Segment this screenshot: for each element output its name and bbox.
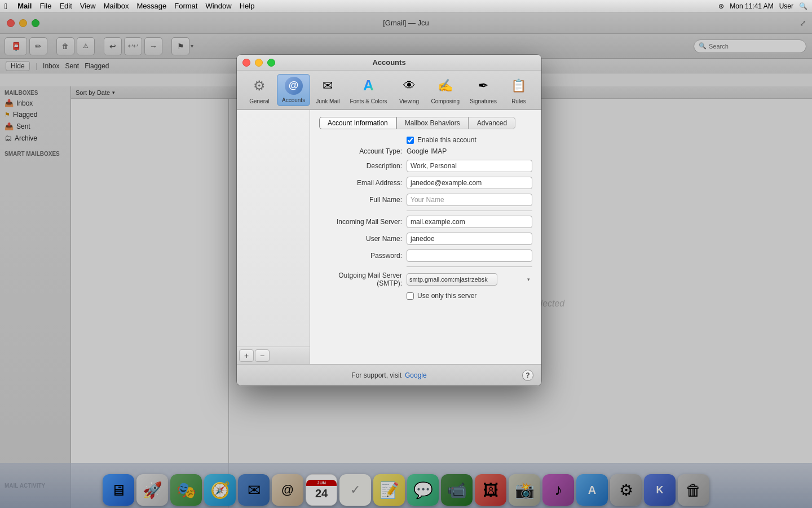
full-name-label: Full Name: — [319, 196, 407, 204]
pref-rules[interactable]: 📋 Rules — [502, 73, 535, 107]
username-input[interactable] — [407, 233, 532, 245]
password-input[interactable] — [407, 249, 532, 262]
dialog-title: Accounts — [372, 58, 405, 67]
menu-edit[interactable]: Edit — [59, 2, 72, 10]
incoming-server-row: Incoming Mail Server: — [319, 216, 532, 228]
smtp-dropdown-arrow: ▾ — [527, 277, 530, 282]
menu-help[interactable]: Help — [240, 2, 255, 10]
composing-icon: ✍ — [435, 76, 456, 96]
menubar-left:  Mail File Edit View Mailbox Message Fo… — [5, 2, 254, 11]
fonts-colors-label: Fonts & Colors — [350, 98, 387, 104]
junkmail-label: Junk Mail — [316, 98, 339, 104]
accounts-list-buttons: + − — [237, 347, 310, 364]
use-only-server-row: Use only this server — [319, 292, 532, 300]
description-input[interactable] — [407, 160, 532, 172]
remove-account-button[interactable]: − — [255, 349, 270, 362]
pref-toolbar: ⚙ General @ Accounts ✉ Junk Mail A Fonts… — [237, 71, 541, 110]
dialog-body: + − Account Information Mailbox Behavior… — [237, 110, 541, 364]
general-label: General — [249, 98, 270, 104]
menu-window[interactable]: Window — [205, 2, 231, 10]
pref-fonts-colors[interactable]: A Fonts & Colors — [345, 73, 391, 107]
smtp-select[interactable]: smtp.gmail.com:mjastrzebsk — [407, 273, 497, 286]
signatures-icon: ✒ — [473, 76, 493, 96]
accounts-dialog: Accounts ⚙ General @ Accounts ✉ Junk Mai… — [237, 55, 541, 386]
composing-label: Composing — [431, 98, 460, 104]
incoming-server-label: Incoming Mail Server: — [319, 218, 407, 226]
enable-account-row: Enable this account — [319, 136, 532, 144]
form-separator-1 — [407, 211, 532, 211]
fonts-colors-icon: A — [358, 76, 378, 96]
description-row: Description: — [319, 160, 532, 172]
menu-message[interactable]: Message — [137, 2, 167, 10]
use-only-server-checkbox[interactable] — [407, 292, 414, 300]
form-separator-2 — [407, 266, 532, 267]
viewing-icon: 👁 — [399, 76, 420, 96]
accounts-icon: @ — [285, 77, 303, 95]
pref-viewing[interactable]: 👁 Viewing — [393, 73, 426, 107]
dialog-minimize-button[interactable] — [255, 59, 263, 67]
dialog-maximize-button[interactable] — [267, 59, 275, 67]
full-name-input[interactable] — [407, 194, 532, 206]
full-name-row: Full Name: — [319, 194, 532, 206]
dialog-close-button[interactable] — [242, 59, 250, 67]
viewing-label: Viewing — [399, 98, 419, 104]
tab-account-information[interactable]: Account Information — [319, 117, 396, 129]
help-button[interactable]: ? — [522, 370, 533, 381]
tab-advanced[interactable]: Advanced — [469, 117, 515, 129]
pref-composing[interactable]: ✍ Composing — [427, 73, 465, 107]
signatures-label: Signatures — [470, 98, 497, 104]
wifi-icon: ⊛ — [718, 2, 724, 10]
pref-signatures[interactable]: ✒ Signatures — [465, 73, 501, 107]
account-type-label: Account Type: — [319, 147, 407, 155]
use-only-server-label: Use only this server — [417, 292, 476, 300]
incoming-server-input[interactable] — [407, 216, 532, 228]
pref-junkmail[interactable]: ✉ Junk Mail — [311, 73, 344, 107]
account-info-panel: Account Information Mailbox Behaviors Ad… — [310, 110, 541, 364]
account-type-row: Account Type: Google IMAP — [319, 147, 532, 155]
email-address-label: Email Address: — [319, 179, 407, 187]
dialog-footer: For support, visit Google ? — [237, 364, 541, 386]
enable-account-label: Enable this account — [417, 136, 476, 144]
general-icon: ⚙ — [249, 76, 270, 96]
junkmail-icon: ✉ — [317, 76, 338, 96]
enable-account-checkbox[interactable] — [407, 137, 414, 144]
email-address-row: Email Address: — [319, 177, 532, 189]
menubar:  Mail File Edit View Mailbox Message Fo… — [0, 0, 812, 12]
dialog-controls — [242, 59, 275, 67]
add-account-button[interactable]: + — [239, 349, 254, 362]
spotlight-icon[interactable]: 🔍 — [799, 2, 807, 10]
username-label: User Name: — [319, 235, 407, 243]
smtp-wrapper: smtp.gmail.com:mjastrzebsk ▾ — [407, 273, 532, 286]
smtp-row: Outgoing Mail Server (SMTP): smtp.gmail.… — [319, 271, 532, 287]
menu-mail[interactable]: Mail — [17, 2, 32, 10]
email-address-input[interactable] — [407, 177, 532, 189]
apple-menu[interactable]:  — [5, 2, 7, 11]
menu-file[interactable]: File — [39, 2, 51, 10]
support-text: For support, visit — [351, 371, 401, 379]
rules-icon: 📋 — [509, 76, 529, 96]
accounts-list-panel: + − — [237, 110, 310, 364]
support-link[interactable]: Google — [405, 371, 427, 379]
username-row: User Name: — [319, 233, 532, 245]
menubar-right: ⊛ Mon 11:41 AM User 🔍 — [718, 2, 807, 10]
menu-format[interactable]: Format — [174, 2, 197, 10]
tab-bar: Account Information Mailbox Behaviors Ad… — [319, 117, 532, 129]
pref-accounts[interactable]: @ Accounts — [277, 74, 310, 106]
menu-view[interactable]: View — [80, 2, 96, 10]
menu-mailbox[interactable]: Mailbox — [104, 2, 129, 10]
pref-general[interactable]: ⚙ General — [243, 73, 276, 107]
rules-label: Rules — [511, 98, 526, 104]
user-menu[interactable]: User — [779, 2, 793, 10]
password-row: Password: — [319, 249, 532, 262]
dialog-titlebar: Accounts — [237, 55, 541, 71]
account-type-value: Google IMAP — [407, 147, 532, 155]
smtp-label: Outgoing Mail Server (SMTP): — [319, 271, 407, 287]
accounts-list-area — [237, 110, 310, 347]
tab-mailbox-behaviors[interactable]: Mailbox Behaviors — [396, 117, 469, 129]
accounts-label: Accounts — [282, 97, 305, 103]
dialog-overlay: Accounts ⚙ General @ Accounts ✉ Junk Mai… — [0, 12, 812, 508]
menubar-time: Mon 11:41 AM — [730, 2, 773, 10]
password-label: Password: — [319, 252, 407, 260]
description-label: Description: — [319, 162, 407, 170]
